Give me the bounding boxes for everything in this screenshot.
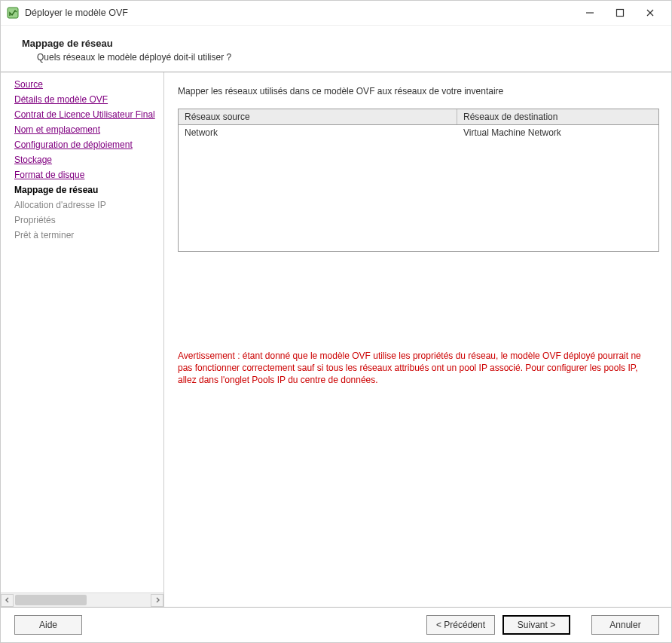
network-mapping-table: Réseaux source Réseaux de destination Ne…: [178, 109, 659, 252]
step-title: Mappage de réseau: [22, 38, 656, 49]
scroll-track[interactable]: [14, 594, 151, 607]
svg-rect-2: [617, 10, 624, 17]
app-icon: [7, 7, 19, 19]
column-source-networks[interactable]: Réseaux source: [179, 109, 457, 124]
instruction-text: Mapper les réseaux utilisés dans ce modè…: [178, 86, 659, 96]
sidebar-horizontal-scrollbar[interactable]: [1, 592, 163, 607]
window-controls: [575, 2, 665, 23]
step-ip-allocation: Allocation d'adresse IP: [14, 197, 163, 213]
wizard-sidebar: Source Détails de modèle OVF Contrat de …: [1, 72, 164, 607]
maximize-button[interactable]: [605, 2, 635, 23]
step-network-mapping: Mappage de réseau: [14, 182, 163, 197]
step-disk-format[interactable]: Format de disque: [14, 167, 163, 182]
warning-text: Avertissement : étant donné que le modèl…: [178, 350, 645, 387]
step-list: Source Détails de modèle OVF Contrat de …: [1, 72, 163, 592]
scroll-thumb[interactable]: [15, 595, 87, 605]
destination-network-cell[interactable]: Virtual Machine Network: [457, 125, 658, 140]
cancel-button[interactable]: Annuler: [591, 615, 659, 635]
scroll-left-arrow[interactable]: [1, 594, 14, 607]
step-storage[interactable]: Stockage: [14, 152, 163, 167]
next-button[interactable]: Suivant >: [502, 615, 570, 635]
source-network-cell: Network: [179, 125, 457, 140]
minimize-button[interactable]: [575, 2, 605, 23]
help-button[interactable]: Aide: [14, 615, 82, 635]
svg-rect-0: [8, 8, 18, 18]
table-row[interactable]: Network Virtual Machine Network: [179, 125, 658, 140]
step-ready: Prêt à terminer: [14, 228, 163, 243]
step-source[interactable]: Source: [14, 77, 163, 92]
title-bar: Déployer le modèle OVF: [1, 1, 671, 26]
wizard-header: Mappage de réseau Quels réseaux le modèl…: [1, 26, 671, 72]
wizard-window: Déployer le modèle OVF Mappage de réseau…: [0, 0, 672, 643]
step-details[interactable]: Détails de modèle OVF: [14, 92, 163, 107]
step-eula[interactable]: Contrat de Licence Utilisateur Final: [14, 107, 163, 122]
column-destination-networks[interactable]: Réseaux de destination: [457, 109, 658, 124]
scroll-right-arrow[interactable]: [151, 594, 163, 607]
step-properties: Propriétés: [14, 213, 163, 228]
content-panel: Mapper les réseaux utilisés dans ce modè…: [164, 72, 671, 607]
table-header-row: Réseaux source Réseaux de destination: [179, 109, 658, 125]
back-button[interactable]: < Précédent: [426, 615, 495, 635]
step-name-location[interactable]: Nom et emplacement: [14, 122, 163, 137]
window-title: Déployer le modèle OVF: [25, 8, 575, 18]
close-button[interactable]: [635, 2, 665, 23]
step-deployment-config[interactable]: Configuration de déploiement: [14, 137, 163, 152]
wizard-body: Source Détails de modèle OVF Contrat de …: [1, 72, 671, 607]
wizard-footer: Aide < Précédent Suivant > Annuler: [1, 607, 671, 642]
step-subtitle: Quels réseaux le modèle déployé doit-il …: [22, 49, 656, 63]
